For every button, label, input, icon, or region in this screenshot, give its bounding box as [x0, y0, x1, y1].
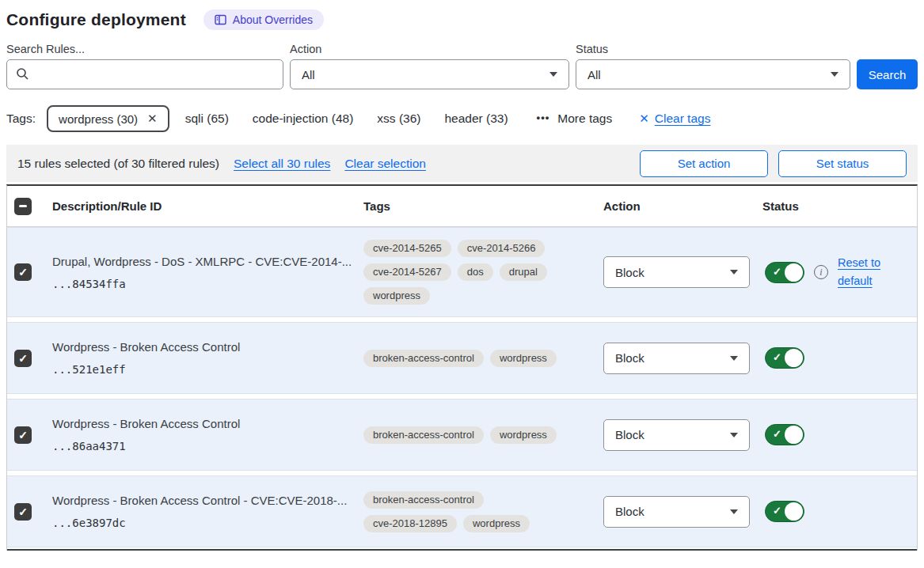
select-all-checkbox[interactable]	[14, 198, 32, 215]
rule-action-cell: Block	[603, 343, 762, 374]
check-icon: ✓	[18, 267, 28, 278]
caret-down-icon	[831, 72, 838, 77]
page-title: Configure deployment	[6, 10, 186, 29]
search-input[interactable]	[6, 59, 283, 89]
ellipsis-icon: •••	[537, 112, 550, 123]
column-header-action: Action	[603, 199, 762, 213]
tag-pill: broken-access-control	[363, 491, 484, 509]
row-checkbox[interactable]: ✓	[14, 263, 32, 281]
row-checkbox-cell: ✓	[7, 426, 45, 444]
row-checkbox[interactable]: ✓	[14, 350, 32, 367]
rule-id: ...521e1eff	[52, 363, 363, 376]
action-select-value: Block	[615, 266, 645, 279]
row-checkbox[interactable]: ✓	[14, 503, 32, 521]
clear-tags-link[interactable]: ✕ Clear tags	[639, 112, 710, 126]
tag-link-sqli[interactable]: sqli (65)	[185, 112, 229, 126]
tag-pill: wordpress	[363, 287, 430, 305]
tag-pill: cve-2014-5265	[363, 240, 451, 257]
clear-selection-link[interactable]: Clear selection	[344, 157, 426, 171]
status-filter-value: All	[587, 68, 601, 81]
more-tags-button[interactable]: ••• More tags	[537, 112, 613, 126]
status-toggle[interactable]: ✓	[765, 347, 804, 369]
minus-icon	[19, 205, 27, 207]
tags-label: Tags:	[6, 112, 36, 126]
rule-description: Wordpress - Broken Access Control	[52, 417, 363, 430]
action-select[interactable]: Block	[603, 343, 750, 374]
more-tags-label: More tags	[557, 112, 612, 126]
about-overrides-label: About Overrides	[233, 13, 313, 26]
rule-status-cell: ✓ i Reset to default	[762, 254, 917, 290]
reset-to-default-link[interactable]: Reset to default	[838, 254, 888, 290]
rule-description: Drupal, Wordpress - DoS - XMLRPC - CVE:C…	[52, 255, 363, 268]
status-toggle[interactable]: ✓	[765, 424, 804, 445]
action-filter-label: Action	[290, 43, 569, 55]
selection-bar: 15 rules selected (of 30 filtered rules)…	[6, 145, 918, 182]
action-select[interactable]: Block	[603, 419, 750, 451]
table-row: ✓ Wordpress - Broken Access Control - CV…	[7, 475, 917, 547]
rule-tags: broken-access-controlwordpress	[363, 426, 577, 444]
toggle-check-icon: ✓	[773, 505, 781, 517]
tag-pill: dos	[458, 263, 493, 281]
status-toggle[interactable]: ✓	[765, 262, 804, 283]
tag-link-header[interactable]: header (33)	[444, 112, 508, 126]
row-checkbox-cell: ✓	[7, 350, 45, 367]
toggle-knob	[785, 349, 803, 367]
page-header: Configure deployment About Overrides	[6, 9, 918, 30]
column-header-tags: Tags	[363, 199, 603, 213]
caret-down-icon	[730, 433, 738, 437]
rule-action-cell: Block	[603, 256, 762, 288]
rule-description-cell: Wordpress - Broken Access Control - CVE:…	[45, 494, 363, 529]
table-header-row: Description/Rule ID Tags Action Status	[7, 186, 917, 227]
action-select-value: Block	[615, 351, 645, 365]
rule-description: Wordpress - Broken Access Control	[52, 340, 363, 354]
caret-down-icon	[549, 72, 557, 77]
table-row: ✓ Wordpress - Broken Access Control ...5…	[7, 322, 917, 394]
table-bottom-border	[7, 549, 917, 551]
search-label: Search Rules...	[6, 43, 283, 55]
tag-link-code-injection[interactable]: code-injection (48)	[253, 112, 354, 126]
search-filter: Search Rules...	[6, 43, 283, 89]
info-icon[interactable]: i	[814, 265, 828, 279]
toggle-check-icon: ✓	[773, 266, 781, 278]
selected-tag-wordpress[interactable]: wordpress (30) ✕	[47, 105, 169, 132]
tag-pill: wordpress	[490, 426, 557, 444]
about-overrides-badge[interactable]: About Overrides	[203, 9, 324, 30]
remove-tag-icon[interactable]: ✕	[147, 112, 158, 126]
rule-description-cell: Wordpress - Broken Access Control ...86a…	[45, 417, 363, 453]
rule-id: ...6e3897dc	[52, 517, 363, 529]
status-filter-select[interactable]: All	[576, 59, 850, 89]
row-checkbox-cell: ✓	[7, 503, 45, 521]
tag-pill: broken-access-control	[363, 350, 484, 367]
tag-pill: cve-2018-12895	[363, 515, 457, 532]
action-filter-select[interactable]: All	[290, 59, 569, 89]
rules-table: Description/Rule ID Tags Action Status ✓…	[6, 184, 918, 551]
status-filter: Status All	[576, 43, 850, 89]
table-body: ✓ Drupal, Wordpress - DoS - XMLRPC - CVE…	[7, 227, 917, 547]
tag-pill: cve-2014-5266	[458, 240, 546, 257]
action-select[interactable]: Block	[603, 256, 750, 288]
selection-summary: 15 rules selected (of 30 filtered rules)	[17, 157, 219, 171]
select-all-cell	[7, 198, 45, 215]
rule-tags: cve-2014-5265cve-2014-5266cve-2014-5267d…	[363, 240, 577, 305]
rule-action-cell: Block	[603, 419, 762, 451]
toggle-check-icon: ✓	[773, 351, 781, 363]
search-button[interactable]: Search	[857, 59, 918, 89]
status-toggle[interactable]: ✓	[765, 501, 804, 522]
action-select[interactable]: Block	[603, 496, 750, 528]
tag-pill: wordpress	[490, 350, 557, 367]
tag-pill: cve-2014-5267	[363, 263, 451, 281]
rule-action-cell: Block	[603, 496, 762, 528]
check-icon: ✓	[18, 506, 28, 517]
toggle-knob	[785, 426, 803, 444]
row-checkbox[interactable]: ✓	[14, 426, 32, 444]
rule-id: ...86aa4371	[52, 440, 363, 453]
set-action-button[interactable]: Set action	[640, 150, 768, 177]
tag-link-xss[interactable]: xss (36)	[377, 112, 420, 126]
set-status-button[interactable]: Set status	[778, 150, 907, 177]
configure-deployment-page: Configure deployment About Overrides Sea…	[0, 0, 924, 568]
rule-status-cell: ✓	[762, 424, 917, 445]
action-filter-value: All	[302, 68, 315, 81]
tag-pill: broken-access-control	[363, 426, 484, 444]
select-all-link[interactable]: Select all 30 rules	[234, 157, 330, 171]
caret-down-icon	[730, 356, 738, 361]
